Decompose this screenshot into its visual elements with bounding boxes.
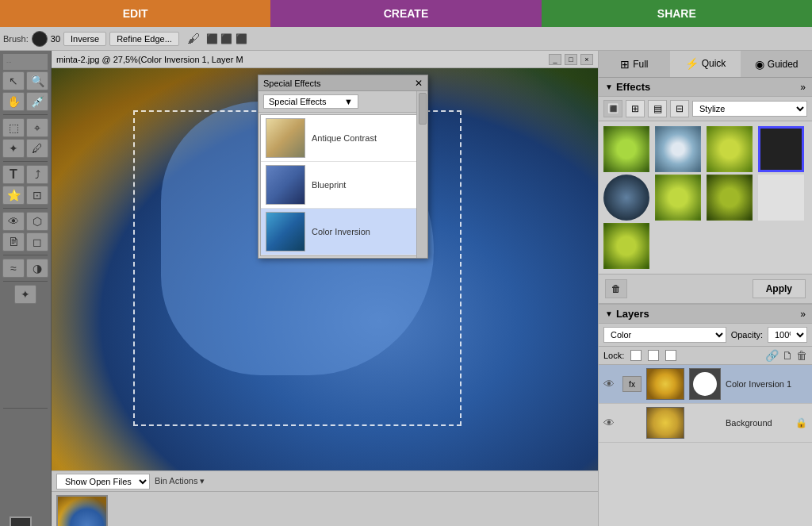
effect-cell-0[interactable]: [603, 126, 649, 172]
selection-tool[interactable]: ⬚: [2, 118, 25, 137]
effects-panel: ▼ Effects » 🔳 ⊞ ▤ ⊟ Stylize: [599, 78, 812, 303]
fx-scrollbar[interactable]: [416, 91, 427, 258]
effect-cell-1[interactable]: [655, 126, 701, 172]
lock-transparency-checkbox[interactable]: [630, 350, 642, 361]
brush-shape-icon: 🖌: [187, 32, 200, 46]
layer-visibility-icon-2[interactable]: 👁: [603, 417, 618, 429]
fx-dialog-toolbar: Special Effects ▼ ▶: [259, 91, 427, 113]
tab-full[interactable]: ⊞ Full: [599, 51, 670, 77]
layers-collapse-arrow[interactable]: ▼: [605, 309, 613, 318]
effects-view-btn-2[interactable]: ⊞: [626, 100, 645, 117]
crop-tool[interactable]: ⊡: [26, 186, 48, 205]
effect-cell-3[interactable]: [758, 126, 804, 172]
guided-tab-icon: ◉: [755, 58, 764, 71]
full-tab-icon: ⊞: [620, 58, 630, 71]
layer-delete-icon[interactable]: 🗑: [796, 349, 807, 362]
tab-guided[interactable]: ◉ Guided: [741, 51, 812, 77]
layers-panel: ▼ Layers » Color Opacity: 100% Lock: �: [599, 303, 812, 526]
effects-apply-row: 🗑 Apply: [599, 274, 812, 303]
nav-share-button[interactable]: SHARE: [542, 0, 812, 27]
zoom-tool[interactable]: 🔍: [26, 71, 48, 90]
layer-name-background: Background: [726, 418, 791, 428]
brush-tool[interactable]: 🖊: [26, 139, 48, 158]
effects-grid: [599, 121, 812, 274]
bin-actions-button[interactable]: Bin Actions ▾: [155, 476, 205, 486]
tab-quick[interactable]: ⚡ Quick: [670, 51, 741, 77]
effect-cell-4[interactable]: [603, 175, 649, 221]
close-button[interactable]: ×: [580, 54, 593, 65]
effect-cell-2[interactable]: [707, 126, 753, 172]
nav-create-button[interactable]: CREATE: [270, 0, 541, 27]
maximize-button[interactable]: □: [565, 54, 577, 65]
layers-panel-more[interactable]: »: [800, 309, 806, 320]
refine-edge-button[interactable]: Refine Edge...: [109, 32, 179, 46]
fx-item-antique-contrast[interactable]: Antique Contrast: [261, 115, 425, 162]
layer-row-color-inversion[interactable]: 👁 fx Color Inversion 1: [599, 365, 812, 404]
dodge-tool[interactable]: ◑: [26, 259, 48, 278]
fx-item-color-inversion[interactable]: Color Inversion: [261, 209, 425, 255]
effect-cell-5[interactable]: [655, 175, 701, 221]
bin-content: [52, 492, 598, 526]
fx-dialog-close-button[interactable]: ✕: [415, 78, 423, 89]
layers-list: 👁 fx Color Inversion 1 👁 Bac: [599, 365, 812, 526]
effects-view-btn-4[interactable]: ⊟: [670, 100, 689, 117]
quick-tab-icon: ⚡: [685, 57, 699, 70]
shape-tool[interactable]: ⭐: [2, 186, 25, 205]
path-tool[interactable]: ⤴: [26, 165, 48, 184]
effect-cell-7[interactable]: [758, 175, 804, 221]
layer-settings-icon-1[interactable]: fx: [622, 376, 642, 392]
fx-thumb-color-inv: [266, 212, 305, 251]
bin-thumbnail-1[interactable]: [56, 495, 108, 526]
special-effects-dialog: Special Effects ✕ Special Effects ▼ ▶ An…: [258, 75, 428, 259]
fx-category-dropdown[interactable]: Special Effects ▼: [263, 94, 358, 109]
brush-size-indicator: [32, 31, 48, 47]
inverse-button[interactable]: Inverse: [63, 32, 106, 46]
quick-select-tool[interactable]: ✦: [2, 139, 25, 158]
effects-view-btn-1[interactable]: 🔳: [603, 100, 622, 117]
document-title: minta-2.jpg @ 27,5%(Color Inversion 1, L…: [56, 55, 243, 64]
layer-add-icon[interactable]: 🗋: [782, 349, 793, 362]
hand-tool[interactable]: ✋: [2, 92, 25, 111]
blur-tool[interactable]: ≈: [2, 259, 25, 278]
right-tabs: ⊞ Full ⚡ Quick ◉ Guided: [599, 51, 812, 78]
brush-options-icons: ⬛ ⬛ ⬛: [206, 33, 247, 44]
layers-panel-header: ▼ Layers »: [599, 305, 812, 324]
effect-cell-6[interactable]: [707, 175, 753, 221]
eye-tool[interactable]: 👁: [2, 212, 25, 231]
layer-link-icon[interactable]: 🔗: [765, 349, 779, 362]
lasso-tool[interactable]: ⌖: [26, 118, 48, 137]
minimize-button[interactable]: _: [549, 54, 561, 65]
star-shape-tool[interactable]: ✦: [14, 285, 36, 304]
effect-cell-8[interactable]: [603, 223, 649, 269]
effects-apply-button[interactable]: Apply: [753, 279, 806, 298]
fx-item-blueprint[interactable]: Blueprint: [261, 162, 425, 209]
tab-quick-label: Quick: [702, 58, 726, 69]
effects-collapse-arrow[interactable]: ▼: [605, 83, 613, 91]
color-picker[interactable]: [6, 513, 44, 526]
fx-thumb-blueprint: [266, 165, 305, 205]
layers-lock-row: Lock: 🔗 🗋 🗑: [599, 347, 812, 365]
effects-trash-button[interactable]: 🗑: [605, 279, 627, 298]
nav-edit-button[interactable]: EDIT: [0, 0, 270, 27]
opacity-select[interactable]: 100%: [768, 327, 807, 343]
type-tool[interactable]: T: [2, 165, 25, 184]
layer-mask-thumb-1: [689, 368, 721, 400]
show-open-files-select[interactable]: Show Open Files: [56, 474, 150, 490]
effects-view-btn-3[interactable]: ▤: [648, 100, 667, 117]
right-panel: ⊞ Full ⚡ Quick ◉ Guided ▼ Effects » 🔳 ⊞: [598, 51, 812, 526]
left-toolbox: ··· ↖ 🔍 ✋ 💉 ⬚ ⌖ ✦ 🖊 T ⤴ ⭐ ⊡ 👁: [0, 51, 52, 526]
lock-paint-checkbox[interactable]: [648, 350, 659, 361]
lock-position-checkbox[interactable]: [665, 350, 676, 361]
blend-mode-select[interactable]: Color: [603, 327, 726, 343]
layer-visibility-icon-1[interactable]: 👁: [603, 378, 618, 390]
eraser-tool[interactable]: ◻: [26, 232, 48, 251]
layer-row-background[interactable]: 👁 Background 🔒: [599, 404, 812, 443]
move-tool[interactable]: ↖: [2, 71, 25, 90]
effects-style-select[interactable]: Stylize: [692, 101, 807, 117]
clone-tool[interactable]: 🖹: [2, 232, 25, 251]
effects-panel-more[interactable]: »: [800, 82, 806, 93]
paint-bucket-tool[interactable]: ⬡: [26, 212, 48, 231]
tab-full-label: Full: [633, 59, 648, 70]
eyedropper-tool[interactable]: 💉: [26, 92, 48, 111]
bottom-panel: Show Open Files Bin Actions ▾: [52, 470, 598, 526]
